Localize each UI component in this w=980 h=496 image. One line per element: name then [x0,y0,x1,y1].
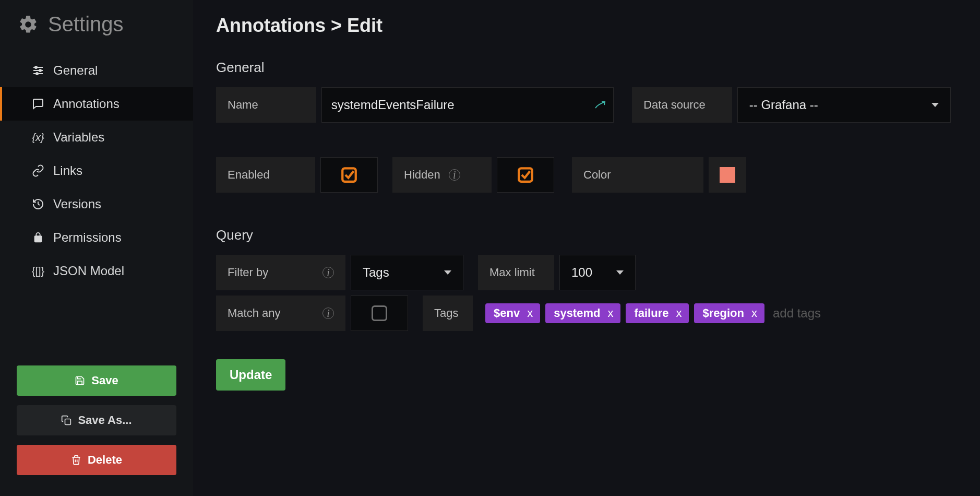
name-input[interactable] [321,87,614,123]
max-limit-label: Max limit [478,255,554,290]
chevron-down-icon [931,103,939,107]
sidebar-item-general[interactable]: General [0,54,193,87]
tag-text: failure [634,306,668,320]
hidden-label: Hidden i [392,157,492,193]
svg-rect-9 [342,168,356,182]
tag-chip[interactable]: systemd x [545,303,620,323]
delete-button[interactable]: Delete [17,445,176,475]
max-limit-select[interactable]: 100 [559,255,636,290]
color-label: Color [572,157,703,193]
info-icon[interactable]: i [449,169,460,181]
svg-point-4 [39,69,41,72]
link-icon [31,164,45,177]
comment-icon [31,98,45,110]
tag-remove-icon[interactable]: x [607,306,613,320]
sidebar-item-label: Links [53,163,82,178]
button-label: Delete [88,453,122,467]
sidebar-item-json-model[interactable]: {[]} JSON Model [0,254,193,288]
sidebar-item-label: Permissions [53,230,122,245]
variable-icon: {x} [31,132,45,144]
settings-sidebar: Settings General Annotations {x} Variabl… [0,0,193,496]
match-any-label-text: Match any [228,306,281,320]
tag-chip[interactable]: $env x [485,303,540,323]
grammarly-icon [594,99,606,111]
tag-chip[interactable]: $region x [694,303,764,323]
enabled-checkbox[interactable] [320,157,378,193]
add-tags-placeholder[interactable]: add tags [770,306,821,321]
color-swatch [720,167,735,183]
hidden-checkbox[interactable] [497,157,554,193]
sidebar-item-label: General [53,63,98,78]
main-content: Annotations > Edit General Name Data sou… [193,0,980,496]
svg-line-7 [38,204,40,205]
select-value: 100 [571,265,592,280]
sidebar-title: Settings [48,13,124,36]
sidebar-item-label: Annotations [53,97,119,111]
checkbox-checked-icon [340,166,358,184]
sidebar-header: Settings [0,0,193,49]
select-value: -- Grafana -- [749,98,818,112]
checkbox-empty-icon [372,305,387,321]
section-general-title: General [216,60,951,76]
history-icon [31,198,45,210]
sidebar-item-label: JSON Model [53,264,124,278]
sidebar-item-links[interactable]: Links [0,154,193,187]
copy-icon [61,415,71,426]
sliders-icon [31,64,45,77]
sidebar-item-permissions[interactable]: Permissions [0,221,193,254]
tag-text: systemd [554,306,600,320]
chevron-down-icon [616,270,624,275]
match-any-checkbox[interactable] [351,296,408,331]
info-icon[interactable]: i [322,267,334,278]
svg-rect-8 [65,419,71,425]
breadcrumb: Annotations > Edit [216,15,951,37]
color-picker[interactable] [709,157,746,193]
button-label: Save As... [78,414,132,427]
save-as-button[interactable]: Save As... [17,405,176,435]
match-any-label: Match any i [216,296,345,331]
tag-text: $env [494,306,520,320]
datasource-select[interactable]: -- Grafana -- [737,87,951,123]
filter-by-label: Filter by i [216,255,345,290]
sidebar-item-annotations[interactable]: Annotations [0,87,193,121]
checkbox-checked-icon [517,166,534,184]
gear-icon [18,14,39,35]
sidebar-nav: General Annotations {x} Variables Links [0,49,193,288]
sidebar-item-label: Versions [53,197,101,211]
enabled-label: Enabled [216,157,315,193]
name-label: Name [216,87,316,123]
save-icon [75,375,85,386]
tag-text: $region [702,306,744,320]
info-icon[interactable]: i [322,308,334,319]
button-label: Update [230,368,272,382]
tag-chip[interactable]: failure x [626,303,689,323]
update-button[interactable]: Update [216,359,285,391]
sidebar-item-label: Variables [53,130,104,145]
filter-by-select[interactable]: Tags [351,255,463,290]
svg-point-3 [35,66,37,68]
tag-remove-icon[interactable]: x [527,306,533,320]
sidebar-actions: Save Save As... Delete [0,365,193,496]
trash-icon [71,455,81,465]
select-value: Tags [363,265,389,280]
chevron-down-icon [444,270,451,275]
tags-label: Tags [423,296,473,331]
sidebar-item-variables[interactable]: {x} Variables [0,121,193,154]
lock-icon [31,232,45,243]
button-label: Save [91,374,118,387]
svg-rect-10 [519,168,532,182]
section-query-title: Query [216,227,951,243]
filter-by-label-text: Filter by [228,266,268,279]
json-icon: {[]} [31,265,45,277]
sidebar-item-versions[interactable]: Versions [0,187,193,221]
tag-remove-icon[interactable]: x [751,306,757,320]
tags-input[interactable]: $env x systemd x failure x $region x add… [478,296,828,331]
svg-point-5 [36,73,38,75]
datasource-label: Data source [632,87,732,123]
save-button[interactable]: Save [17,365,176,396]
hidden-label-text: Hidden [404,168,440,182]
tag-remove-icon[interactable]: x [676,306,682,320]
